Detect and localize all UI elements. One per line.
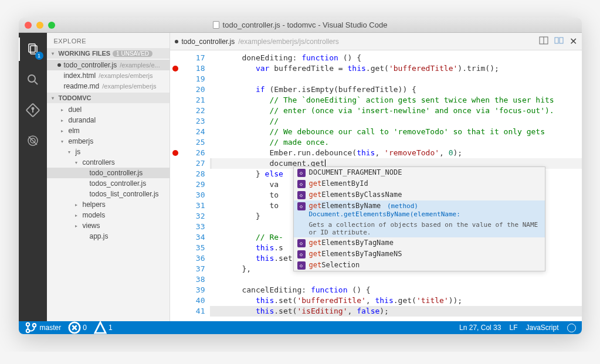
tree-folder[interactable]: ▸models (47, 210, 170, 220)
code-line[interactable]: var bufferedTitle = this.get('bufferedTi… (210, 63, 582, 74)
chevron-down-icon: ▾ (61, 139, 66, 144)
code-line[interactable]: // enter (once via 'insert-newline' and … (210, 106, 582, 116)
line-number: 39 (183, 285, 205, 295)
tree-folder[interactable]: ▸views (47, 220, 170, 231)
code-line[interactable]: // made once. (210, 137, 582, 148)
tree-file[interactable]: todos_list_controller.js (47, 189, 170, 199)
code-line[interactable] (210, 274, 582, 285)
chevron-down-icon: ▾ (52, 96, 56, 100)
method-icon: ◇ (297, 169, 306, 177)
tree-folder[interactable]: ▾emberjs (47, 136, 170, 147)
minimize-window[interactable] (36, 22, 43, 29)
compare-icon[interactable] (554, 36, 564, 47)
intellisense-item[interactable]: ◇getElementsByTagNameNS (294, 249, 545, 260)
code-line[interactable]: // (210, 116, 582, 127)
code-line[interactable]: if (Ember.isEmpty(bufferedTitle)) { (210, 84, 582, 95)
sidebar: EXPLORE ▾ WORKING FILES 1 UNSAVED todo_c… (47, 33, 170, 321)
tree-item-label: models (83, 211, 106, 219)
close-window[interactable] (25, 22, 32, 29)
code-line[interactable]: doneEditing: function () { (210, 53, 582, 63)
code-line[interactable]: // The `doneEditing` action gets sent tw… (210, 95, 582, 106)
activity-bar: 1 (19, 33, 47, 321)
explorer-badge: 1 (35, 52, 43, 60)
close-tab-icon[interactable]: ✕ (570, 36, 577, 47)
breakpoint[interactable] (172, 150, 178, 156)
tree-folder[interactable]: ▸helpers (47, 199, 170, 210)
code-line[interactable]: // We debounce our call to 'removeTodo' … (210, 127, 582, 137)
chevron-right-icon: ▸ (61, 128, 66, 133)
file-path: /examples/emberjs (99, 72, 152, 79)
tree-item-label: helpers (83, 200, 106, 209)
file-name: todo_controller.js (64, 61, 117, 69)
intellisense-popup[interactable]: ◇DOCUMENT_FRAGMENT_NODE◇getElementById◇g… (293, 166, 545, 271)
editor[interactable]: 1718192021222324252627282930313233343536… (170, 50, 582, 321)
intellisense-item[interactable]: ◇getElementsByTagName (294, 237, 545, 249)
intellisense-item[interactable]: ◇getElementsByName (method) Document.get… (294, 200, 545, 219)
status-language[interactable]: JavaScript (526, 324, 558, 332)
tree-item-label: todos_controller.js (90, 179, 147, 188)
maximize-window[interactable] (48, 22, 55, 29)
working-file-item[interactable]: todo_controller.js /examples/e... (47, 60, 170, 70)
line-number: 18 (183, 63, 205, 74)
working-file-item[interactable]: index.html /examples/emberjs (47, 70, 170, 81)
svg-rect-0 (29, 44, 35, 52)
project-header[interactable]: ▾ TODOMVC (47, 93, 170, 103)
spacer (82, 181, 87, 186)
tree-item-label: views (83, 222, 100, 230)
intellisense-item[interactable]: ◇getElementsByClassName (294, 189, 545, 200)
line-number: 41 (183, 306, 205, 317)
tree-file[interactable]: app.js (47, 231, 170, 241)
tab-filename[interactable]: todo_controller.js (182, 38, 235, 46)
line-number: 26 (183, 148, 205, 158)
intellisense-item[interactable]: ◇getElementById (294, 178, 545, 189)
intellisense-item[interactable]: ◇DOCUMENT_FRAGMENT_NODE (294, 167, 545, 178)
tree-folder[interactable]: ▾controllers (47, 157, 170, 168)
method-icon: ◇ (297, 191, 306, 199)
line-number: 29 (183, 179, 205, 190)
method-icon: ◇ (297, 202, 306, 210)
status-warnings[interactable]: 1 (94, 321, 113, 334)
status-errors[interactable]: 0 (68, 321, 87, 334)
line-number: 27 (183, 158, 205, 169)
line-number: 34 (183, 232, 205, 243)
status-cursor[interactable]: Ln 27, Col 33 (459, 324, 501, 332)
code-line[interactable] (210, 74, 582, 84)
line-number: 21 (183, 95, 205, 106)
activity-git[interactable] (19, 98, 47, 122)
tree-item-label: controllers (83, 158, 115, 166)
intellisense-item[interactable]: ◇getSelection (294, 260, 545, 271)
activity-debug[interactable] (19, 129, 47, 152)
code-line[interactable]: cancelEditing: function () { (210, 285, 582, 295)
working-file-item[interactable]: readme.md /examples/emberjs (47, 81, 170, 91)
line-number: 23 (183, 116, 205, 127)
status-eol[interactable]: LF (509, 324, 517, 332)
tree-folder[interactable]: ▾js (47, 147, 170, 157)
svg-point-14 (26, 323, 29, 326)
line-number: 28 (183, 169, 205, 179)
tab-bar: todo_controller.js /examples/emberjs/js/… (170, 33, 582, 50)
svg-rect-13 (560, 38, 563, 43)
activity-search[interactable] (19, 68, 47, 91)
tree-file[interactable]: todo_controller.js (47, 168, 170, 178)
breakpoint[interactable] (172, 66, 178, 72)
line-number: 20 (183, 84, 205, 95)
sidebar-title: EXPLORE (47, 33, 170, 48)
code-line[interactable]: this.set('bufferedTitle', this.get('titl… (210, 295, 582, 306)
status-bar: master 0 1 Ln 27, Col 33 LF JavaScript (19, 321, 582, 334)
code-line[interactable]: Ember.run.debounce(this, 'removeTodo', 0… (210, 148, 582, 158)
git-branch-icon[interactable]: master (25, 321, 62, 334)
feedback-icon[interactable] (567, 324, 576, 332)
line-number: 36 (183, 253, 205, 264)
code-line[interactable]: this.set('isEditing', false); (210, 306, 582, 317)
line-number: 22 (183, 106, 205, 116)
line-number: 31 (183, 200, 205, 211)
activity-explorer[interactable]: 1 (19, 38, 47, 61)
tree-folder[interactable]: ▸duel (47, 104, 170, 115)
tree-file[interactable]: todos_controller.js (47, 178, 170, 189)
tree-folder[interactable]: ▸elm (47, 125, 170, 136)
tree-folder[interactable]: ▸durandal (47, 115, 170, 125)
line-numbers: 1718192021222324252627282930313233343536… (181, 50, 210, 321)
tree-item-label: js (76, 148, 81, 156)
split-editor-icon[interactable] (539, 36, 548, 47)
working-files-header[interactable]: ▾ WORKING FILES 1 UNSAVED (47, 48, 170, 59)
